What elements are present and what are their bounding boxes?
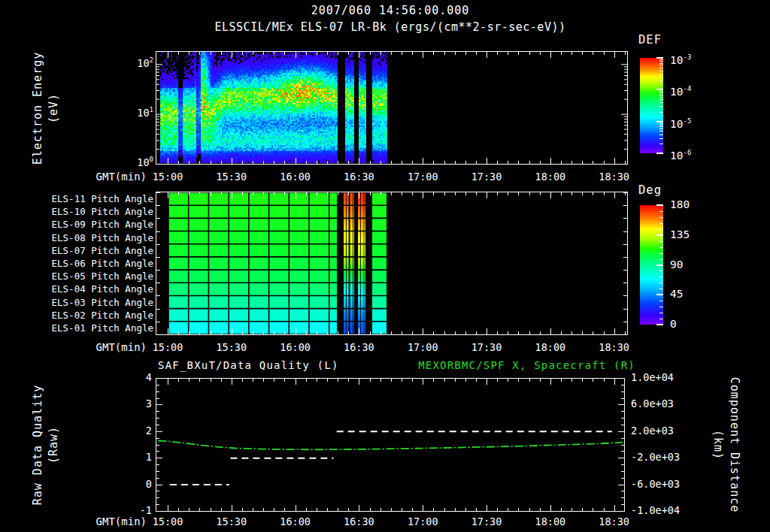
colorbar-major-tick — [656, 234, 663, 236]
colorbar-minor-tick — [659, 91, 663, 92]
colorbar-minor-tick — [659, 128, 663, 129]
colorbar-tick-label: 10-3 — [670, 51, 691, 67]
pitch-angle-row-label: ELS-08 Pitch Angle — [0, 232, 153, 243]
colorbar-minor-tick — [659, 259, 663, 260]
colorbar-minor-tick — [659, 71, 663, 71]
colorbar-minor-tick — [659, 229, 663, 230]
colorbar-minor-tick — [659, 97, 663, 98]
pitch-angle-row-label: ELS-01 Pitch Angle — [0, 322, 153, 334]
colorbar-major-tick — [656, 324, 663, 325]
colorbar-minor-tick — [659, 125, 663, 125]
panel3-x-axis-title: GMT(min) — [75, 515, 147, 528]
panel3-right-tick-label: -1.0e+04 — [631, 504, 680, 517]
pitch-angle-row-label: ELS-10 Pitch Angle — [0, 206, 153, 217]
panel1-y-tick-label: 102 — [105, 54, 153, 70]
panel3-left-tick-label: 2 — [105, 425, 152, 437]
colorbar-tick-label: 0 — [670, 318, 677, 331]
time-tick-label: 16:00 — [280, 515, 311, 528]
pitch-angle-heatmap — [156, 192, 628, 335]
panel3-left-tick-label: 3 — [105, 397, 152, 410]
colorbar-minor-tick — [659, 123, 663, 124]
colorbar-minor-tick — [659, 307, 663, 307]
colorbar-minor-tick — [659, 63, 663, 64]
time-tick-label: 16:30 — [344, 515, 374, 528]
time-tick-label: 17:00 — [408, 515, 438, 528]
colorbar-minor-tick — [659, 138, 663, 139]
colorbar-minor-tick — [659, 217, 663, 218]
panel3-left-axis-title: Raw Data Quality (Raw) — [20, 378, 72, 512]
panel1-y-axis-title-line2: (eV) — [46, 51, 62, 164]
panel1-y-tick-label: 101 — [105, 104, 153, 119]
colorbar-minor-tick — [659, 95, 663, 95]
colorbar-minor-tick — [659, 271, 663, 271]
page-subtitle: ELSSCIL/MEx ELS-07 LR-Bk (ergs/(cm**2-sr… — [154, 21, 626, 34]
time-tick-label: 15:30 — [216, 341, 247, 354]
colorbar-major-tick — [656, 57, 663, 59]
panel1-y-axis-title: Electron Energy (eV) — [20, 51, 72, 165]
colorbar-major-tick — [656, 204, 663, 206]
pitch-angle-row-label: ELS-07 Pitch Angle — [0, 245, 153, 256]
panel3-right-tick-label: -6.0e+03 — [631, 478, 680, 491]
colorbar-minor-tick — [659, 301, 663, 301]
colorbar-minor-tick — [659, 277, 663, 277]
electron-energy-spectrogram — [156, 51, 628, 165]
colorbar-minor-tick — [659, 80, 663, 81]
time-tick-label: 15:30 — [216, 515, 247, 528]
colorbar-minor-tick — [659, 112, 663, 113]
colorbar-minor-tick — [659, 92, 663, 93]
colorbar-minor-tick — [659, 74, 663, 75]
panel3-right-tick-label: 6.0e+03 — [631, 397, 674, 410]
time-tick-label: 17:30 — [471, 341, 502, 354]
time-tick-label: 17:00 — [408, 171, 438, 183]
colorbar-minor-tick — [659, 289, 663, 289]
colorbar-tick-label: 45 — [670, 288, 683, 301]
time-tick-label: 16:00 — [280, 341, 311, 354]
pitch-angle-row-label: ELS-03 Pitch Angle — [0, 297, 153, 308]
page-title: 2007/060 14:56:00.000 — [154, 5, 626, 17]
panel1-y-tick-label: 100 — [105, 153, 153, 169]
panel1-y-axis-title-line1: Electron Energy — [30, 51, 46, 164]
panel3-left-tick-label: 0 — [105, 478, 152, 491]
colorbar-minor-tick — [659, 102, 663, 103]
colorbar-tick-label: 10-4 — [670, 83, 691, 98]
pitch-angle-row-label: ELS-04 Pitch Angle — [0, 283, 153, 295]
colorbar-minor-tick — [659, 65, 663, 65]
colorbar-tick-label: 180 — [670, 198, 690, 211]
panel3-right-tick-label: -2.0e+03 — [631, 451, 680, 464]
time-tick-label: 15:00 — [153, 171, 183, 183]
colorbar-minor-tick — [659, 313, 663, 313]
colorbar-minor-tick — [659, 144, 663, 144]
panel3-left-axis-title-line1: Raw Data Quality — [30, 385, 46, 506]
deg-colorbar-title: Deg — [638, 184, 662, 197]
panel1-x-axis-title: GMT(min) — [75, 171, 147, 183]
panel3-right-axis-title-line2: (km) — [710, 377, 726, 513]
panel3-left-tick-label: 4 — [105, 371, 152, 384]
colorbar-minor-tick — [659, 223, 663, 224]
panel3-right-tick-label: 1.0e+04 — [631, 371, 674, 384]
colorbar-minor-tick — [659, 68, 663, 68]
panel3-right-series-title: MEXORBMC/SPF X, Spacecraft (R) — [418, 359, 635, 371]
pitch-angle-row-label: ELS-02 Pitch Angle — [0, 310, 153, 321]
colorbar-minor-tick — [659, 319, 663, 319]
time-tick-label: 15:30 — [216, 171, 247, 183]
panel3-right-axis-title-line1: Component Distance — [726, 377, 743, 513]
panel2-x-axis-title: GMT(min) — [75, 341, 147, 354]
colorbar-tick-label: 10-5 — [670, 115, 691, 131]
colorbar-minor-tick — [659, 131, 663, 131]
colorbar-minor-tick — [659, 247, 663, 248]
colorbar-minor-tick — [659, 61, 663, 62]
colorbar-tick-label: 10-6 — [670, 147, 691, 162]
colorbar-major-tick — [656, 264, 663, 266]
colorbar-minor-tick — [659, 283, 663, 283]
colorbar-minor-tick — [659, 126, 663, 127]
panel3-left-series-title: SAF_BXuT/Data Quality (L) — [158, 359, 339, 371]
def-colorbar-title: DEF — [638, 34, 662, 47]
panel3-right-tick-label: 2.0e+03 — [631, 425, 674, 437]
colorbar-minor-tick — [659, 135, 663, 135]
time-tick-label: 16:00 — [280, 171, 311, 183]
time-tick-label: 18:00 — [535, 515, 566, 528]
time-tick-label: 16:30 — [344, 171, 374, 183]
panel3-left-tick-label: -1 — [105, 504, 152, 517]
panel3-right-axis-title: Component Distance (km) — [704, 376, 749, 514]
time-tick-label: 18:30 — [599, 515, 629, 528]
